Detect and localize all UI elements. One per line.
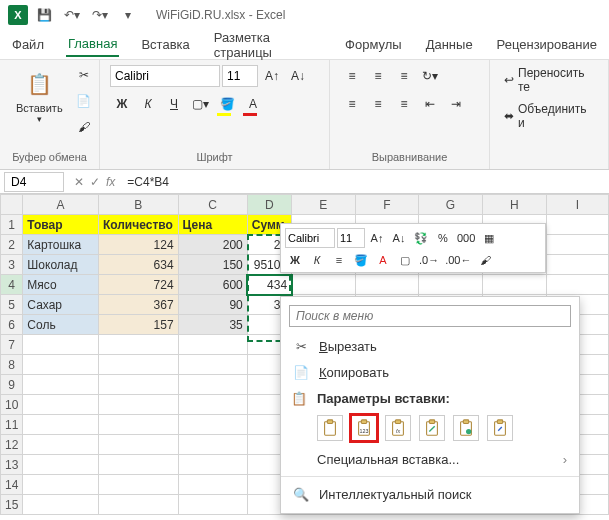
cell[interactable] — [98, 335, 178, 355]
cell[interactable] — [419, 275, 483, 295]
mini-dec-inc-icon[interactable]: .0→ — [417, 250, 441, 270]
cell[interactable]: 150 — [178, 255, 247, 275]
ctx-smart-lookup[interactable]: 🔍 Интеллектуальный поиск — [281, 481, 579, 507]
mini-size-input[interactable] — [337, 228, 365, 248]
row-header[interactable]: 13 — [1, 455, 23, 475]
cell[interactable]: 157 — [98, 315, 178, 335]
row-header[interactable]: 14 — [1, 475, 23, 495]
paste-formulas-icon[interactable]: fx — [385, 415, 411, 441]
cell[interactable]: 634 — [98, 255, 178, 275]
fill-color-icon[interactable]: 🪣 — [215, 92, 239, 116]
cell[interactable] — [178, 475, 247, 495]
fx-icon[interactable]: fx — [106, 175, 115, 189]
copy-icon[interactable]: 📄 — [73, 90, 95, 112]
cell[interactable] — [98, 355, 178, 375]
col-header-a[interactable]: A — [23, 195, 99, 215]
cut-icon[interactable]: ✂ — [73, 64, 95, 86]
menu-home[interactable]: Главная — [66, 32, 119, 57]
menu-search-input[interactable] — [289, 305, 571, 327]
cell[interactable]: 124 — [98, 235, 178, 255]
menu-formulas[interactable]: Формулы — [343, 33, 404, 56]
decrease-font-icon[interactable]: A↓ — [286, 64, 310, 88]
borders-icon[interactable]: ▢▾ — [188, 92, 213, 116]
cell[interactable] — [98, 495, 178, 515]
cell[interactable]: Количество — [98, 215, 178, 235]
cell[interactable] — [98, 435, 178, 455]
cell[interactable] — [23, 355, 99, 375]
cell[interactable]: Соль — [23, 315, 99, 335]
row-header[interactable]: 3 — [1, 255, 23, 275]
mini-table-icon[interactable]: ▦ — [479, 228, 499, 248]
row-header[interactable]: 10 — [1, 395, 23, 415]
col-header-i[interactable]: I — [546, 195, 608, 215]
mini-dec-font-icon[interactable]: A↓ — [389, 228, 409, 248]
row-header[interactable]: 6 — [1, 315, 23, 335]
cell[interactable]: Цена — [178, 215, 247, 235]
ctx-paste-special[interactable]: Специальная вставка... › — [281, 447, 579, 472]
paste-formatting-icon[interactable] — [453, 415, 479, 441]
formula-bar[interactable]: =C4*B4 — [121, 175, 609, 189]
cell[interactable] — [98, 375, 178, 395]
cell[interactable] — [546, 275, 608, 295]
mini-font-color-icon[interactable]: A — [373, 250, 393, 270]
cell[interactable] — [355, 275, 418, 295]
mini-align-icon[interactable]: ≡ — [329, 250, 349, 270]
cancel-formula-icon[interactable]: ✕ — [74, 175, 84, 189]
orientation-icon[interactable]: ↻▾ — [418, 64, 442, 88]
cell[interactable] — [23, 455, 99, 475]
underline-button[interactable]: Ч — [162, 92, 186, 116]
row-header[interactable]: 2 — [1, 235, 23, 255]
name-box[interactable] — [4, 172, 64, 192]
cell[interactable] — [546, 215, 608, 235]
col-header-e[interactable]: E — [292, 195, 356, 215]
ctx-copy[interactable]: 📄 Копировать — [281, 359, 579, 385]
cell[interactable]: Товар — [23, 215, 99, 235]
active-cell[interactable]: 434 — [247, 275, 291, 295]
mini-format-painter-icon[interactable]: 🖌 — [475, 250, 495, 270]
menu-review[interactable]: Рецензирование — [495, 33, 599, 56]
row-header[interactable]: 1 — [1, 215, 23, 235]
bold-button[interactable]: Ж — [110, 92, 134, 116]
cell[interactable] — [178, 375, 247, 395]
redo-icon[interactable]: ↷▾ — [88, 3, 112, 27]
col-header-b[interactable]: B — [98, 195, 178, 215]
mini-fill-icon[interactable]: 🪣 — [351, 250, 371, 270]
cell[interactable] — [98, 455, 178, 475]
align-middle-icon[interactable]: ≡ — [366, 64, 390, 88]
cell[interactable] — [546, 255, 608, 275]
align-right-icon[interactable]: ≡ — [392, 92, 416, 116]
cell[interactable] — [178, 335, 247, 355]
cell[interactable] — [178, 395, 247, 415]
ctx-cut[interactable]: ✂ Вырезать — [281, 333, 579, 359]
cell[interactable]: Мясо — [23, 275, 99, 295]
col-header-g[interactable]: G — [419, 195, 483, 215]
increase-font-icon[interactable]: A↑ — [260, 64, 284, 88]
cell[interactable] — [23, 335, 99, 355]
mini-bold-button[interactable]: Ж — [285, 250, 305, 270]
mini-italic-button[interactable]: К — [307, 250, 327, 270]
font-name-input[interactable] — [110, 65, 220, 87]
row-header[interactable]: 9 — [1, 375, 23, 395]
menu-insert[interactable]: Вставка — [139, 33, 191, 56]
cell[interactable] — [23, 495, 99, 515]
paste-values-icon[interactable]: 123 — [351, 415, 377, 441]
cell[interactable]: 35 — [178, 315, 247, 335]
qat-customize-icon[interactable]: ▾ — [116, 3, 140, 27]
cell[interactable]: 724 — [98, 275, 178, 295]
cell[interactable] — [98, 475, 178, 495]
col-header-f[interactable]: F — [355, 195, 418, 215]
cell[interactable] — [23, 475, 99, 495]
col-header-c[interactable]: C — [178, 195, 247, 215]
menu-pagelayout[interactable]: Разметка страницы — [212, 26, 323, 64]
mini-inc-font-icon[interactable]: A↑ — [367, 228, 387, 248]
indent-dec-icon[interactable]: ⇤ — [418, 92, 442, 116]
undo-icon[interactable]: ↶▾ — [60, 3, 84, 27]
menu-file[interactable]: Файл — [10, 33, 46, 56]
save-icon[interactable]: 💾 — [32, 3, 56, 27]
mini-accounting-icon[interactable]: 💱 — [411, 228, 431, 248]
row-header[interactable]: 15 — [1, 495, 23, 515]
col-header-d[interactable]: D — [247, 195, 291, 215]
cell[interactable] — [482, 275, 546, 295]
row-header[interactable]: 12 — [1, 435, 23, 455]
align-left-icon[interactable]: ≡ — [340, 92, 364, 116]
